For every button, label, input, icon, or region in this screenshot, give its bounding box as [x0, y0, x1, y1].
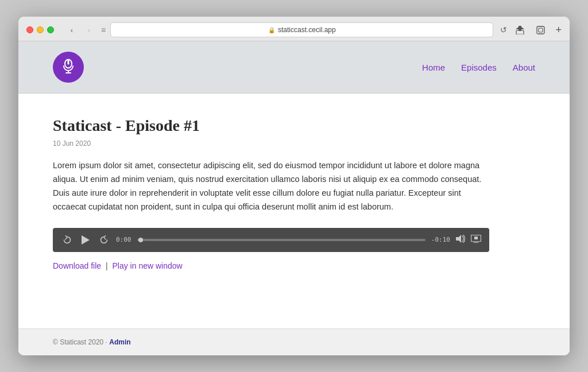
reload-button[interactable]: ↺	[500, 25, 507, 34]
minimize-button[interactable]	[37, 26, 44, 33]
site-logo[interactable]	[53, 52, 84, 83]
progress-bar[interactable]	[137, 239, 425, 241]
svg-rect-4	[539, 28, 543, 32]
svg-marker-1	[516, 26, 524, 29]
svg-marker-9	[82, 235, 90, 245]
maximize-button[interactable]	[47, 26, 54, 33]
nav-episodes[interactable]: Episodes	[461, 63, 497, 72]
nav-buttons: ‹ ›	[64, 24, 96, 36]
nav-home[interactable]: Home	[422, 63, 445, 72]
episode-title: Staticast - Episode #1	[53, 117, 535, 135]
forward-button[interactable]: ›	[82, 24, 96, 36]
address-bar[interactable]: 🔒 staticcast.cecil.app	[110, 22, 493, 37]
svg-rect-2	[516, 30, 524, 34]
lock-icon: 🔒	[268, 27, 275, 33]
share-button[interactable]	[512, 23, 528, 37]
player-duration: -0:10	[431, 236, 450, 243]
play-new-window-link[interactable]: Play in new window	[112, 261, 182, 270]
episode-date: 10 Jun 2020	[53, 140, 535, 148]
url-display: staticcast.cecil.app	[278, 26, 336, 34]
svg-rect-3	[537, 26, 544, 34]
browser-titlebar: ‹ › ≡ 🔒 staticcast.cecil.app ↺	[18, 17, 570, 41]
download-links: Download file | Play in new window	[53, 261, 535, 270]
rewind-button[interactable]	[61, 234, 74, 246]
site-navigation: Home Episodes About	[422, 63, 535, 72]
nav-about[interactable]: About	[513, 63, 535, 72]
site-main: Staticast - Episode #1 10 Jun 2020 Lorem…	[18, 94, 570, 328]
footer-admin-link[interactable]: Admin	[109, 338, 130, 346]
svg-marker-10	[456, 235, 461, 243]
close-button[interactable]	[26, 26, 33, 33]
cast-button[interactable]	[471, 235, 481, 245]
tabs-button[interactable]	[532, 23, 548, 37]
traffic-lights	[26, 26, 54, 33]
play-button[interactable]	[79, 234, 92, 246]
audio-player: 0:00 -0:10	[53, 228, 489, 252]
player-current-time: 0:00	[116, 236, 131, 243]
episode-description: Lorem ipsum dolor sit amet, consectetur …	[53, 159, 489, 214]
download-file-link[interactable]: Download file	[53, 261, 101, 270]
site-footer: © Staticast 2020 · Admin	[18, 328, 570, 355]
footer-copyright: © Staticast 2020 ·	[53, 338, 109, 346]
site-wrapper: Home Episodes About Staticast - Episode …	[18, 41, 570, 355]
svg-rect-12	[474, 237, 478, 239]
podcast-icon	[60, 57, 76, 77]
browser-chrome: ‹ › ≡ 🔒 staticcast.cecil.app ↺	[18, 17, 570, 41]
back-button[interactable]: ‹	[64, 24, 79, 36]
svg-rect-6	[68, 60, 69, 65]
add-tab-button[interactable]: +	[555, 23, 562, 37]
browser-window: ‹ › ≡ 🔒 staticcast.cecil.app ↺	[18, 17, 570, 355]
fast-forward-button[interactable]	[98, 234, 110, 246]
progress-indicator	[138, 238, 143, 242]
volume-button[interactable]	[456, 235, 465, 245]
link-separator: |	[106, 261, 108, 270]
site-header: Home Episodes About	[18, 41, 570, 94]
browser-actions: +	[512, 23, 562, 37]
reader-mode-button[interactable]: ≡	[101, 25, 106, 34]
